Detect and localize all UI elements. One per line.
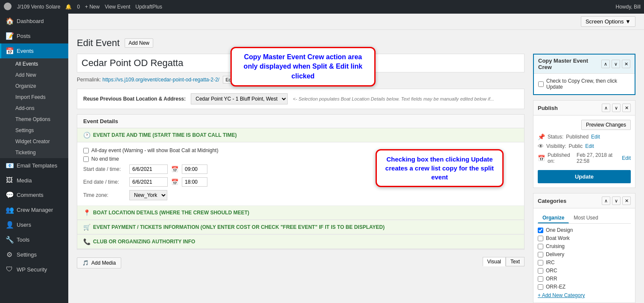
cat-checkbox-delivery[interactable] xyxy=(538,252,543,257)
end-calendar-icon[interactable]: 📅 xyxy=(171,179,178,185)
allday-checkbox[interactable] xyxy=(83,148,89,153)
section-header-club-info[interactable]: 📞 CLUB OR ORGANIZING AUTHORITY INFO xyxy=(77,235,524,249)
comments-icon: 💬 xyxy=(6,191,13,199)
cat-checkbox-orc[interactable] xyxy=(538,268,543,274)
visibility-row: 👁 Visibility: Public Edit xyxy=(538,143,631,150)
add-media-button[interactable]: 🎵 Add Media xyxy=(77,257,121,268)
cat-checkbox-irc[interactable] xyxy=(538,260,543,265)
categories-collapse-button[interactable]: ∧ xyxy=(602,196,610,205)
events-icon: 📅 xyxy=(6,47,13,55)
published-edit-link[interactable]: Edit xyxy=(622,155,631,161)
submenu-widget-creator[interactable]: Widget Creator xyxy=(0,136,68,147)
status-edit-link[interactable]: Edit xyxy=(591,134,600,140)
visibility-edit-link[interactable]: Edit xyxy=(585,143,594,149)
panel-collapse-button[interactable]: ∧ xyxy=(601,60,610,68)
submenu-add-ons[interactable]: Add-ons xyxy=(0,103,68,114)
sidebar-item-tools[interactable]: 🔧 Tools xyxy=(0,232,68,247)
page-title: Edit Event xyxy=(77,38,119,49)
new-button[interactable]: + New xyxy=(85,4,99,10)
sidebar-item-wp-security[interactable]: 🛡 WP Security xyxy=(0,262,68,277)
publish-collapse-button[interactable]: ∧ xyxy=(602,104,610,112)
copy-crew-label: Check to Copy Crew, then click Update xyxy=(546,78,630,90)
section-club-info: 📞 CLUB OR ORGANIZING AUTHORITY INFO xyxy=(77,235,524,249)
sidebar-item-posts[interactable]: 📝 Posts xyxy=(0,29,68,43)
status-row: 📌 Status: Published Edit xyxy=(538,133,631,140)
section-header-payment[interactable]: 🛒 EVENT PAYMENT / TICKETS INFORMATION (O… xyxy=(77,220,524,234)
notifications-icon[interactable]: 🔔 xyxy=(65,4,72,10)
sidebar-item-email-templates[interactable]: 📧 Email Templates xyxy=(0,158,68,173)
sidebar-item-label: Users xyxy=(17,222,31,228)
publish-panel-controls: ∧ ∨ ✕ xyxy=(602,104,631,112)
cat-checkbox-cruising[interactable] xyxy=(538,244,543,249)
sidebar-item-media[interactable]: 🖼 Media xyxy=(0,173,68,188)
cat-checkbox-orr-ez[interactable] xyxy=(538,284,543,290)
submenu-theme-options[interactable]: Theme Options xyxy=(0,114,68,125)
submenu-import-feeds[interactable]: Import Feeds xyxy=(0,92,68,103)
end-date-input[interactable] xyxy=(129,177,168,187)
noend-checkbox[interactable] xyxy=(83,156,89,162)
cat-checkbox-boat-work[interactable] xyxy=(538,236,543,241)
start-time-input[interactable] xyxy=(182,164,207,174)
start-date-input[interactable] xyxy=(129,164,168,174)
tab-most-used[interactable]: Most Used xyxy=(569,213,603,223)
wp-logo-icon xyxy=(3,2,12,12)
submenu-settings[interactable]: Settings xyxy=(0,125,68,136)
sidebar-item-comments[interactable]: 💬 Comments xyxy=(0,188,68,202)
add-media-label: Add Media xyxy=(91,260,116,266)
sidebar-item-crew-manager[interactable]: 👥 Crew Manager xyxy=(0,202,68,217)
panel-expand-button[interactable]: ∨ xyxy=(612,60,620,68)
sidebar-item-users[interactable]: 👤 Users xyxy=(0,217,68,232)
cat-checkbox-orr[interactable] xyxy=(538,276,543,282)
timezone-select[interactable]: New_York xyxy=(129,190,167,200)
cat-label: Boat Work xyxy=(546,235,570,241)
section-header-datetime[interactable]: 🕐 EVENT DATE AND TIME (START TIME IS BOA… xyxy=(77,128,524,142)
tab-organize[interactable]: Organize xyxy=(538,213,569,223)
start-calendar-icon[interactable]: 📅 xyxy=(171,166,178,173)
publish-expand-button[interactable]: ∨ xyxy=(612,104,621,112)
permalink-url[interactable]: https://vs.j109.org/event/cedar-point-od… xyxy=(102,77,219,83)
categories-expand-button[interactable]: ∨ xyxy=(612,196,621,205)
submenu-add-new[interactable]: Add New xyxy=(0,69,68,81)
publish-close-button[interactable]: ✕ xyxy=(622,104,631,112)
updraftplus-link[interactable]: UpdraftPlus xyxy=(135,4,162,10)
screen-options-button[interactable]: Screen Options ▼ xyxy=(581,16,635,27)
phone-icon: 📞 xyxy=(83,238,90,245)
timezone-label: Time zone: xyxy=(83,192,126,198)
submenu-ticketing[interactable]: Ticketing xyxy=(0,147,68,158)
preview-changes-button[interactable]: Preview Changes xyxy=(581,120,631,130)
text-tab[interactable]: Text xyxy=(506,257,525,266)
update-button[interactable]: Update xyxy=(538,170,631,183)
visual-tab[interactable]: Visual xyxy=(483,257,506,266)
sidebar-item-label: Email Templates xyxy=(17,162,57,169)
submenu-all-events[interactable]: All Events xyxy=(0,58,68,69)
categories-title: Categories xyxy=(538,198,602,204)
event-title-input[interactable] xyxy=(77,54,525,72)
list-item: ORR-EZ xyxy=(538,284,631,290)
view-event-link[interactable]: View Event xyxy=(105,4,130,10)
list-item: Boat Work xyxy=(538,235,631,241)
status-label: Status: xyxy=(548,134,563,140)
copy-crew-checkbox[interactable] xyxy=(538,81,544,87)
panel-close-button[interactable]: ✕ xyxy=(622,60,630,68)
add-new-category-link[interactable]: + Add New Category xyxy=(538,292,631,298)
boat-location-select[interactable]: Cedar Point YC - 1 Bluff Point, West xyxy=(191,93,288,104)
sidebar-item-events[interactable]: 📅 Events xyxy=(0,43,68,58)
howdy-label: Howdy, Bill xyxy=(616,4,641,10)
categories-panel: Categories ∧ ∨ ✕ Organize Mos xyxy=(533,193,635,303)
categories-close-button[interactable]: ✕ xyxy=(622,196,631,205)
posts-icon: 📝 xyxy=(6,32,13,40)
event-details-box: Event Details 🕐 EVENT DATE AND TIME (STA… xyxy=(77,114,525,250)
publish-panel-header: Publish ∧ ∨ ✕ xyxy=(533,101,635,115)
sidebar-item-dashboard[interactable]: 🏠 Dashboard xyxy=(0,14,68,29)
section-boat-location: 📍 BOAT LOCATION DETAILS (WHERE THE CREW … xyxy=(77,206,524,220)
boat-location-label: Reuse Previous Boat Location & Address: xyxy=(83,96,186,102)
submenu-organize[interactable]: Organize xyxy=(0,81,68,92)
sidebar-item-settings[interactable]: ⚙ Settings xyxy=(0,247,68,262)
section-header-boat-location[interactable]: 📍 BOAT LOCATION DETAILS (WHERE THE CREW … xyxy=(77,206,524,220)
end-time-input[interactable] xyxy=(182,177,207,187)
side-column: Copy Master Event Crew ∧ ∨ ✕ xyxy=(533,54,635,303)
site-name[interactable]: J/109 Vento Solare xyxy=(17,4,60,10)
edit-permalink-button[interactable]: Edit xyxy=(223,76,237,84)
add-new-button[interactable]: Add New xyxy=(125,38,153,48)
cat-checkbox-one-design[interactable] xyxy=(538,228,543,233)
